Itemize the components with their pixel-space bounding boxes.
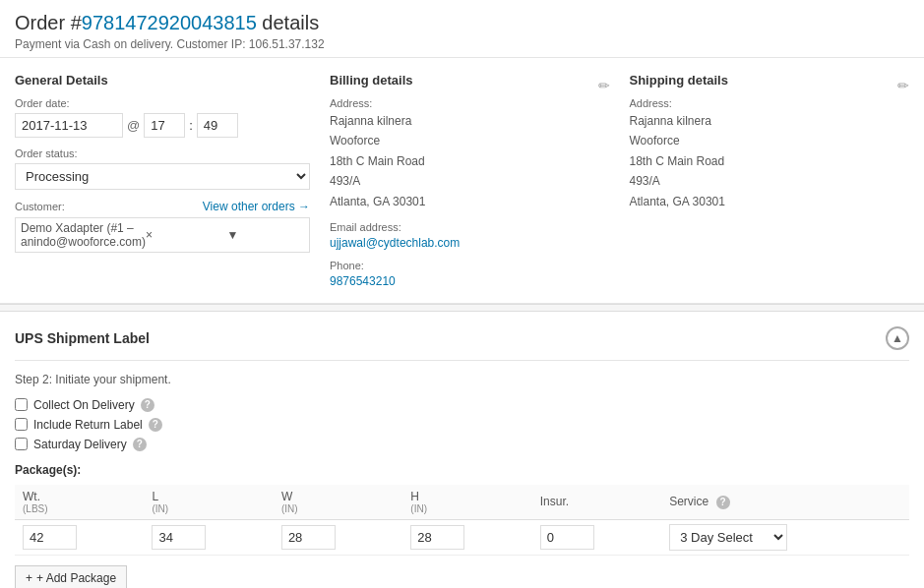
order-details-section: General Details Order date: @ : Order st… [0, 58, 924, 304]
package-insur-cell [532, 519, 661, 555]
order-number-link[interactable]: 9781472920043815 [82, 12, 257, 33]
customer-label: Customer: [15, 201, 65, 212]
shipping-edit-icon[interactable]: ✏ [897, 78, 909, 93]
saturday-delivery-row: Saturday Delivery ? [15, 438, 909, 451]
billing-address-block: Rajanna kilnera Wooforce 18th C Main Roa… [330, 111, 610, 211]
shipping-address-line2: Wooforce [630, 131, 910, 150]
package-wt-input[interactable] [23, 525, 77, 550]
billing-email-link[interactable]: ujjawal@cydtechlab.com [330, 236, 460, 250]
step-label: Step 2: Initiate your shipment. [15, 373, 909, 386]
billing-address-label: Address: [330, 97, 610, 109]
shipping-details-panel: Shipping details ✏ Address: Rajanna kiln… [630, 73, 910, 288]
collect-on-delivery-row: Collect On Delivery ? [15, 398, 909, 412]
th-service: Service ? [661, 485, 909, 520]
shipping-address-line3: 18th C Main Road [630, 151, 910, 171]
payment-info: Payment via Cash on delivery. Customer I… [15, 37, 909, 51]
order-status-select[interactable]: Processing Pending payment On hold Compl… [15, 163, 310, 190]
billing-phone-label: Phone: [330, 260, 610, 271]
add-package-label: + Add Package [36, 571, 116, 585]
ups-section: UPS Shipment Label ▲ Step 2: Initiate yo… [0, 312, 924, 588]
package-l-cell [144, 519, 273, 555]
page-title: Order #9781472920043815 details [15, 12, 909, 34]
order-time-min-input[interactable] [197, 113, 238, 138]
package-h-cell [402, 519, 531, 555]
ups-header: UPS Shipment Label ▲ [15, 326, 909, 361]
saturday-delivery-checkbox[interactable] [15, 438, 28, 450]
package-h-input[interactable] [410, 525, 464, 550]
billing-phone-link[interactable]: 9876543210 [330, 274, 396, 288]
table-row: Next Day Air 2nd Day Air 3 Day Select Gr… [15, 519, 909, 555]
ups-title: UPS Shipment Label [15, 330, 150, 346]
include-return-label-label: Include Return Label [33, 418, 143, 432]
order-date-input[interactable] [15, 113, 123, 138]
billing-email-label: Email address: [330, 221, 610, 233]
general-details-panel: General Details Order date: @ : Order st… [15, 73, 310, 288]
shipping-details-title: Shipping details [630, 73, 728, 88]
at-label: @ [127, 118, 140, 133]
order-date-row: @ : [15, 113, 310, 138]
billing-details-header: Billing details ✏ [330, 73, 610, 97]
billing-address-line4: 493/A [330, 171, 610, 191]
billing-address-line5: Atlanta, GA 30301 [330, 192, 610, 211]
th-insur: Insur. [532, 485, 661, 520]
th-wt: Wt. (LBS) [15, 485, 144, 520]
section-divider [0, 304, 924, 312]
page-header: Order #9781472920043815 details Payment … [0, 0, 924, 58]
package-wt-cell [15, 519, 144, 555]
add-package-button[interactable]: + + Add Package [15, 565, 127, 588]
customer-select-wrap[interactable]: Demo Xadapter (#1 – anindo@wooforce.com)… [15, 217, 310, 253]
customer-value: Demo Xadapter (#1 – anindo@wooforce.com) [21, 221, 146, 249]
order-status-label: Order status: [15, 147, 310, 159]
collect-on-delivery-help-icon[interactable]: ? [141, 398, 154, 412]
package-w-input[interactable] [281, 525, 336, 550]
billing-address-line2: Wooforce [330, 131, 610, 150]
saturday-delivery-label: Saturday Delivery [33, 438, 127, 451]
shipping-address-line5: Atlanta, GA 30301 [630, 192, 910, 211]
include-return-label-help-icon[interactable]: ? [149, 418, 162, 432]
package-service-select[interactable]: Next Day Air 2nd Day Air 3 Day Select Gr… [669, 524, 787, 551]
time-separator: : [189, 118, 193, 133]
collect-on-delivery-checkbox[interactable] [15, 398, 28, 411]
billing-email: ujjawal@cydtechlab.com [330, 235, 610, 250]
order-time-hour-input[interactable] [144, 113, 185, 138]
service-help-icon[interactable]: ? [716, 496, 730, 509]
package-table: Wt. (LBS) L (IN) W (IN) H (IN) Insur. Se [15, 485, 909, 556]
general-details-title: General Details [15, 73, 310, 88]
package-insur-input[interactable] [540, 525, 594, 550]
th-w: W (IN) [274, 485, 402, 520]
th-h: H (IN) [402, 485, 531, 520]
order-date-label: Order date: [15, 97, 310, 109]
billing-details-title: Billing details [330, 73, 413, 88]
billing-address-line3: 18th C Main Road [330, 151, 610, 171]
billing-address-line1: Rajanna kilnera [330, 111, 610, 131]
packages-label: Package(s): [15, 463, 909, 477]
include-return-label-checkbox[interactable] [15, 418, 28, 431]
package-l-input[interactable] [152, 525, 206, 550]
saturday-delivery-help-icon[interactable]: ? [133, 438, 147, 451]
include-return-label-row: Include Return Label ? [15, 418, 909, 432]
billing-edit-icon[interactable]: ✏ [598, 78, 610, 93]
billing-details-panel: Billing details ✏ Address: Rajanna kilne… [330, 73, 610, 288]
shipping-details-header: Shipping details ✏ [630, 73, 910, 97]
customer-clear-icon[interactable]: × [146, 228, 223, 242]
view-orders-link[interactable]: View other orders → [203, 200, 310, 213]
shipping-address-label: Address: [630, 97, 910, 109]
billing-phone: 9876543210 [330, 273, 610, 288]
shipping-address-block: Rajanna kilnera Wooforce 18th C Main Roa… [630, 111, 910, 211]
shipping-address-line1: Rajanna kilnera [630, 111, 910, 131]
ups-toggle-button[interactable]: ▲ [886, 326, 909, 350]
package-service-cell: Next Day Air 2nd Day Air 3 Day Select Gr… [661, 519, 909, 555]
collect-on-delivery-label: Collect On Delivery [33, 398, 135, 412]
th-l: L (IN) [144, 485, 273, 520]
customer-dropdown-icon[interactable]: ▼ [226, 228, 304, 242]
add-package-icon: + [26, 571, 32, 585]
shipping-address-line4: 493/A [630, 171, 910, 191]
package-w-cell [274, 519, 402, 555]
